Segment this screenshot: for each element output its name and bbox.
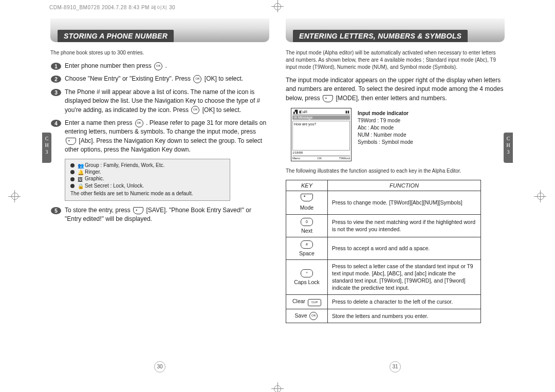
indicator-legend: Input mode indicator T9Word : T9 mode Ab… — [358, 108, 413, 161]
intro-note-right: The input mode (Alpha editor) will be au… — [286, 49, 505, 71]
screen-time: 1/18/88 — [292, 151, 303, 154]
status-icons: ◧⧈☵ — [299, 110, 307, 114]
page-title-left: STORING A PHONE NUMBER — [58, 30, 174, 42]
group-icon: 👥 — [78, 163, 83, 168]
ok-icon: OK — [193, 75, 201, 83]
step-text-5: To store the entry, press [SAVE]. "Phone… — [65, 206, 269, 224]
page-right: C H 3 ENTERING LETTERS, NUMBERS & SYMBOL… — [278, 14, 513, 378]
step-2: 2 Choose "New Entry" or "Existing Entry"… — [50, 74, 269, 83]
svg-text:2: 2 — [54, 77, 58, 82]
title-bar-right: ENTERING LETTERS, NUMBERS & SYMBOLS — [286, 18, 505, 42]
ringer-icon: 🔔 — [78, 170, 83, 175]
table-row: *Caps Lock Press to select a letter case… — [286, 259, 481, 294]
step-text-4: Enter a name then press OK . Please refe… — [65, 119, 269, 155]
table-row: 0Next Press to view the next matching wo… — [286, 214, 481, 237]
table-row: Clear CLR Press to delete a character to… — [286, 294, 481, 309]
page-number-left: 30 — [154, 361, 165, 372]
battery-icon: ▮▮ — [345, 110, 349, 114]
step-text-3: The Phone # will appear above a list of … — [65, 88, 269, 115]
key-star-icon: * — [301, 269, 313, 277]
page-spread: C H 3 STORING A PHONE NUMBER The phone b… — [42, 14, 513, 378]
table-header-key: KEY — [286, 180, 328, 191]
key-0-icon: 0 — [301, 218, 313, 226]
step-text-1: Enter phone number then press OK . — [65, 62, 269, 70]
page-number-right: 31 — [390, 361, 401, 372]
chapter-tab-left: C H 3 — [42, 133, 51, 163]
screen-subtitle: ✉ Message — [292, 116, 350, 120]
options-box: 👥Group : Family, Friends, Work, Etc. 🔔Ri… — [65, 159, 230, 201]
softkey-icon — [66, 138, 76, 145]
step-3: 3 The Phone # will appear above a list o… — [50, 88, 269, 115]
key-clr-icon: CLR — [308, 299, 321, 306]
softkey-icon — [323, 95, 333, 102]
page-title-right: ENTERING LETTERS, NUMBERS & SYMBOLS — [293, 30, 468, 42]
svg-text:4: 4 — [54, 121, 58, 126]
table-header-function: FUNCTION — [328, 180, 481, 191]
svg-text:1: 1 — [54, 64, 58, 69]
crop-mark-left — [14, 190, 15, 202]
step-bullet-4: 4 — [50, 119, 62, 127]
chapter-tab-right: C H 3 — [504, 133, 513, 163]
table-row: Save OK Store the letters and numbers yo… — [286, 309, 481, 323]
ok-icon: OK — [135, 119, 143, 127]
key-function-table: KEY FUNCTION Mode Press to change mode. … — [286, 180, 481, 323]
ok-icon: OK — [154, 62, 162, 70]
page-left: C H 3 STORING A PHONE NUMBER The phone b… — [42, 14, 278, 378]
key-hash-icon: # — [301, 240, 313, 249]
graphic-icon: 🖼 — [78, 177, 83, 182]
indicator-figure: ▞▋◧⧈☵▮▮ ✉ Message How are you? 1/18/88 M… — [291, 108, 505, 161]
print-sheet: CDM-8910_BM0728 2004.7.28 8:43 PM 페이지 30… — [0, 0, 555, 392]
signal-icon: ▞▋ — [293, 110, 298, 114]
svg-text:3: 3 — [54, 90, 58, 96]
step-bullet-2: 2 — [50, 75, 62, 83]
step-bullet-1: 1 — [50, 62, 62, 70]
step-4: 4 Enter a name then press OK . Please re… — [50, 119, 269, 155]
title-bar-left: STORING A PHONE NUMBER — [50, 18, 269, 42]
step-bullet-3: 3 — [50, 88, 62, 97]
softkey-icon — [301, 194, 313, 201]
intro-note-left: The phone book stores up to 300 entries. — [50, 49, 269, 57]
crop-mark-right — [540, 190, 541, 202]
step-bullet-5: 5 — [50, 207, 62, 215]
ok-icon: OK — [191, 106, 199, 114]
crop-mark-top — [271, 6, 284, 7]
indicator-title: Input mode indicator — [358, 110, 413, 117]
screen-body: How are you? — [292, 121, 350, 151]
svg-text:5: 5 — [54, 208, 58, 214]
phone-screen-illustration: ▞▋◧⧈☵▮▮ ✉ Message How are you? 1/18/88 M… — [291, 108, 351, 161]
crop-mark-bottom — [271, 388, 284, 389]
step-5: 5 To store the entry, press [SAVE]. "Pho… — [50, 206, 269, 224]
mode-paragraph: The input mode indicator appears on the … — [286, 76, 505, 103]
step-1: 1 Enter phone number then press OK . — [50, 62, 269, 70]
header-filename: CDM-8910_BM0728 2004.7.28 8:43 PM 페이지 30 — [49, 4, 175, 11]
softkey-icon — [133, 207, 143, 214]
table-note: The following illustrates the function a… — [286, 167, 505, 175]
table-row: Mode Press to change mode. [T9Word][Abc]… — [286, 191, 481, 214]
step-text-2: Choose "New Entry" or "Existing Entry". … — [65, 74, 269, 83]
table-row: #Space Press to accept a word and add a … — [286, 237, 481, 259]
ok-icon: OK — [309, 312, 318, 320]
lock-icon: 🔒 — [78, 183, 83, 189]
